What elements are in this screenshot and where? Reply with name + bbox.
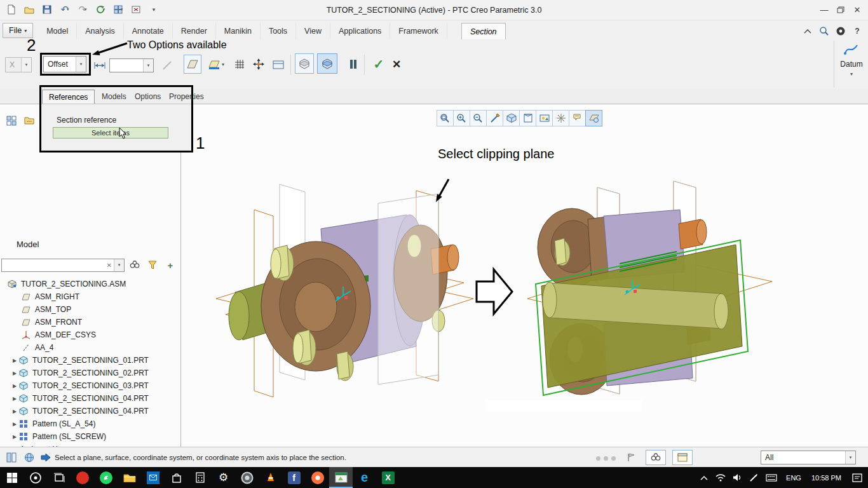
axis-dropdown[interactable]: X▾ bbox=[5, 57, 32, 72]
view-manager-button[interactable] bbox=[585, 110, 602, 126]
tree-item-part-01[interactable]: ▶ TUTOR_2_SECTIONING_01.PRT bbox=[0, 354, 180, 367]
expander-icon[interactable]: ▶ bbox=[10, 434, 19, 440]
expander-icon[interactable]: ▶ bbox=[10, 396, 19, 402]
graphics-area[interactable]: Select clipping plane bbox=[181, 105, 868, 447]
section-fill-button[interactable]: ▾ bbox=[204, 55, 228, 74]
refit-button[interactable] bbox=[437, 110, 454, 126]
messenger-icon[interactable] bbox=[306, 467, 329, 488]
clipping-plane-candidate[interactable] bbox=[378, 194, 438, 384]
tree-item-axis[interactable]: AA_4 bbox=[0, 341, 180, 354]
language-indicator[interactable]: ENG bbox=[781, 467, 806, 488]
datum-group[interactable]: Datum ▾ bbox=[836, 41, 867, 88]
zoom-in-button[interactable] bbox=[453, 110, 470, 126]
task-view-icon[interactable] bbox=[47, 467, 71, 488]
volume-icon[interactable] bbox=[729, 467, 745, 488]
datum-expand-icon[interactable]: ▾ bbox=[836, 71, 867, 77]
navigator-toggle-icon[interactable] bbox=[3, 450, 20, 465]
tab-model[interactable]: Model bbox=[38, 23, 77, 39]
start-button[interactable] bbox=[0, 467, 24, 488]
tree-item-part-04b[interactable]: ▶ TUTOR_2_SECTIONING_04.PRT bbox=[0, 405, 180, 417]
community-icon[interactable] bbox=[835, 25, 846, 37]
select-items-collector[interactable]: Select items bbox=[53, 127, 168, 139]
show-interference-toggle[interactable] bbox=[317, 53, 337, 74]
tab-section[interactable]: Section bbox=[461, 23, 506, 39]
planar-section-button[interactable] bbox=[184, 55, 201, 74]
touch-keyboard-icon[interactable] bbox=[762, 467, 781, 488]
tab-view[interactable]: View bbox=[296, 23, 330, 39]
repaint-button[interactable] bbox=[486, 110, 503, 126]
tab-annotate[interactable]: Annotate bbox=[124, 23, 173, 39]
photos-app-icon[interactable] bbox=[71, 467, 94, 488]
tree-item-csys[interactable]: ASM_DEF_CSYS bbox=[0, 329, 180, 341]
tree-item-pattern-2[interactable]: ▶ Pattern (SL_SCREW) bbox=[0, 430, 180, 443]
expander-icon[interactable]: ▶ bbox=[10, 409, 19, 414]
tree-item-asm-right[interactable]: ASM_RIGHT bbox=[0, 290, 180, 303]
section-type-dropdown[interactable]: Offset▾ bbox=[43, 56, 86, 72]
ok-button[interactable]: ✓ bbox=[370, 55, 387, 74]
tree-columns-icon[interactable] bbox=[4, 113, 19, 128]
zoom-out-button[interactable] bbox=[470, 110, 487, 126]
tree-search-input[interactable]: ✕ ▾ bbox=[1, 259, 125, 272]
dashboard-tab-options[interactable]: Options bbox=[128, 90, 167, 104]
selection-filter-dropdown[interactable]: All▾ bbox=[761, 451, 856, 464]
pen-icon[interactable] bbox=[745, 467, 762, 488]
vlc-icon[interactable] bbox=[259, 467, 282, 488]
tree-item-part-02[interactable]: ▶ TUTOR_2_SECTIONING_02.PRT bbox=[0, 367, 180, 379]
display-style-button[interactable] bbox=[503, 110, 520, 126]
tab-framework[interactable]: Framework bbox=[390, 23, 447, 39]
tree-item-part-04[interactable]: ▶ TUTOR_2_SECTIONING_04.PRT bbox=[0, 392, 180, 405]
find-icon[interactable] bbox=[127, 257, 142, 273]
hatch-pattern-icon[interactable] bbox=[231, 56, 248, 72]
tab-tools[interactable]: Tools bbox=[261, 23, 296, 39]
clock[interactable]: 10:58 PM bbox=[806, 467, 846, 488]
facebook-icon[interactable]: f bbox=[282, 467, 306, 488]
tree-item-asm-top[interactable]: ASM_TOP bbox=[0, 303, 180, 316]
expander-icon[interactable]: ▶ bbox=[10, 358, 19, 363]
help-icon[interactable]: ? bbox=[851, 25, 863, 37]
calculator-app-icon[interactable] bbox=[188, 467, 212, 488]
action-center-icon[interactable] bbox=[846, 467, 868, 488]
saved-orientations-button[interactable] bbox=[519, 110, 536, 126]
tab-manikin[interactable]: Manikin bbox=[216, 23, 261, 39]
settings-icon[interactable]: ⚙ bbox=[212, 467, 235, 488]
clear-search-icon[interactable]: ✕ bbox=[105, 259, 114, 271]
find-button[interactable] bbox=[646, 450, 666, 465]
filter-icon[interactable] bbox=[145, 257, 160, 273]
wifi-icon[interactable] bbox=[712, 467, 729, 488]
dashboard-tab-properties[interactable]: Properties bbox=[163, 90, 210, 104]
drag-section-icon[interactable] bbox=[250, 56, 267, 72]
tray-expand-icon[interactable] bbox=[696, 467, 712, 488]
tree-item-assembly[interactable]: TUTOR_2_SECTIONING.ASM bbox=[0, 278, 180, 290]
tree-item-part-03[interactable]: ▶ TUTOR_2_SECTIONING_03.PRT bbox=[0, 379, 180, 392]
tree-item-pattern-1[interactable]: ▶ Pattern (SL_A_54) bbox=[0, 417, 180, 430]
tree-item-asm-front[interactable]: ASM_FRONT bbox=[0, 316, 180, 329]
bolt[interactable] bbox=[293, 330, 316, 365]
tree-settings-icon[interactable] bbox=[22, 113, 37, 128]
restore-button[interactable] bbox=[832, 2, 849, 17]
flag-icon[interactable] bbox=[623, 450, 639, 465]
expander-icon[interactable]: ▶ bbox=[10, 370, 19, 376]
tab-analysis[interactable]: Analysis bbox=[77, 23, 124, 39]
right-assembly[interactable] bbox=[527, 181, 772, 395]
mail-app-icon[interactable] bbox=[141, 467, 165, 488]
browser-toggle-icon[interactable] bbox=[21, 450, 37, 465]
whatsapp-icon[interactable] bbox=[94, 467, 118, 488]
select-window-button[interactable] bbox=[672, 450, 693, 465]
reverse-icon[interactable] bbox=[160, 58, 174, 72]
left-assembly[interactable] bbox=[216, 184, 473, 397]
show-capped-surface-toggle[interactable] bbox=[295, 53, 314, 74]
browser-app-icon[interactable] bbox=[235, 467, 259, 488]
search-icon[interactable] bbox=[818, 25, 830, 37]
tab-render[interactable]: Render bbox=[173, 23, 216, 39]
minimize-button[interactable]: — bbox=[816, 2, 832, 17]
excel-icon[interactable]: X bbox=[376, 467, 400, 488]
tab-applications[interactable]: Applications bbox=[330, 23, 390, 39]
add-filter-icon[interactable]: + bbox=[163, 257, 178, 273]
edge-icon[interactable]: e bbox=[353, 467, 376, 488]
close-button[interactable]: ✕ bbox=[849, 2, 865, 17]
expander-icon[interactable]: ▶ bbox=[10, 421, 19, 427]
datum-display-button[interactable] bbox=[552, 110, 569, 126]
show-section-display-icon[interactable] bbox=[270, 57, 287, 72]
store-app-icon[interactable] bbox=[165, 467, 188, 488]
creo-taskbar-icon[interactable] bbox=[329, 467, 353, 488]
